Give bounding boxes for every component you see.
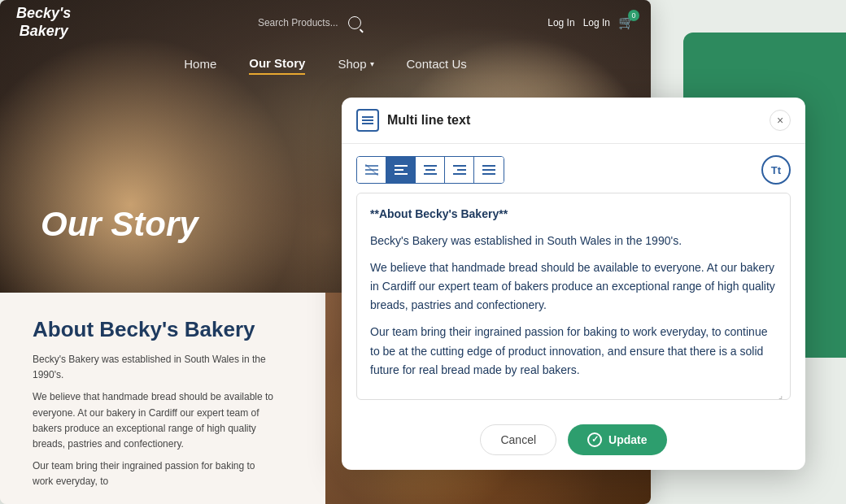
nav-logo: Becky's Bakery xyxy=(16,5,71,40)
nav-actions: Log In Log In 🛒 0 xyxy=(547,15,634,30)
format-strikethrough-button[interactable] xyxy=(357,157,386,183)
format-toolbar: Tt xyxy=(356,155,791,185)
shop-label: Shop xyxy=(338,57,366,71)
format-align-center-button[interactable] xyxy=(416,157,445,183)
svg-rect-9 xyxy=(395,173,408,175)
chevron-down-icon: ▾ xyxy=(370,59,374,68)
modal-body: Tt **About Becky's Bakery** Becky's Bake… xyxy=(342,144,805,411)
nav-search-area[interactable]: Search Products... xyxy=(258,16,361,29)
svg-rect-8 xyxy=(395,169,403,171)
font-size-button[interactable]: Tt xyxy=(761,155,791,185)
text-line1: **About Becky's Bakery** xyxy=(370,205,777,224)
content-para3: Our team bring their ingrained passion f… xyxy=(33,458,277,489)
format-button-group xyxy=(356,156,504,184)
cancel-button[interactable]: Cancel xyxy=(480,424,556,455)
hero-page-title: Our Story xyxy=(41,205,198,244)
svg-rect-17 xyxy=(482,169,495,171)
text-line2: Becky's Bakery was established in South … xyxy=(370,232,777,250)
search-icon[interactable] xyxy=(348,16,361,29)
modal-title: Multi line text xyxy=(387,113,470,128)
nav-item-our-story[interactable]: Our Story xyxy=(249,56,305,75)
svg-rect-1 xyxy=(362,119,373,121)
svg-rect-0 xyxy=(362,116,373,118)
modal-header: Multi line text × xyxy=(342,98,805,144)
svg-rect-2 xyxy=(362,123,373,124)
text-editor-area[interactable]: **About Becky's Bakery** Becky's Bakery … xyxy=(356,193,791,400)
svg-rect-7 xyxy=(395,165,408,167)
svg-rect-13 xyxy=(453,165,466,167)
nav-bar: Becky's Bakery Search Products... Log In… xyxy=(0,0,651,45)
search-label: Search Products... xyxy=(258,17,338,28)
svg-rect-11 xyxy=(425,169,435,171)
modal-footer: Cancel ✓ Update xyxy=(342,411,805,470)
update-button[interactable]: ✓ Update xyxy=(568,424,666,455)
modal-header-left: Multi line text xyxy=(356,109,470,132)
sub-nav: Home Our Story Shop ▾ Contact Us xyxy=(0,45,651,85)
svg-rect-16 xyxy=(482,165,495,167)
format-align-right-button[interactable] xyxy=(445,157,474,183)
cart-button[interactable]: 🛒 0 xyxy=(618,15,634,30)
modal-dialog: Multi line text × xyxy=(342,98,805,470)
nav-item-home[interactable]: Home xyxy=(184,57,216,74)
cart-count: 0 xyxy=(628,10,639,21)
content-para2: We believe that handmade bread should be… xyxy=(33,389,277,452)
text-line3: We believe that handmade bread should be… xyxy=(370,259,777,315)
resize-handle[interactable]: ⌟ xyxy=(778,388,788,398)
format-justify-button[interactable] xyxy=(474,157,504,183)
content-para1: Becky's Bakery was established in South … xyxy=(33,352,277,383)
nav-item-shop[interactable]: Shop ▾ xyxy=(338,57,373,74)
svg-rect-12 xyxy=(424,173,437,175)
login-label[interactable]: Log In xyxy=(547,17,574,28)
format-align-left-button[interactable] xyxy=(386,157,416,183)
modal-icon xyxy=(356,109,379,132)
svg-rect-10 xyxy=(424,165,437,167)
login-text[interactable]: Log In xyxy=(583,17,610,28)
svg-rect-18 xyxy=(482,173,495,175)
update-check-icon: ✓ xyxy=(587,432,602,447)
svg-rect-15 xyxy=(453,173,466,175)
update-label: Update xyxy=(608,433,647,446)
nav-item-contact[interactable]: Contact Us xyxy=(407,57,467,74)
modal-close-button[interactable]: × xyxy=(770,110,791,131)
text-line4: Our team bring their ingrained passion f… xyxy=(370,323,777,379)
svg-rect-14 xyxy=(457,169,466,171)
